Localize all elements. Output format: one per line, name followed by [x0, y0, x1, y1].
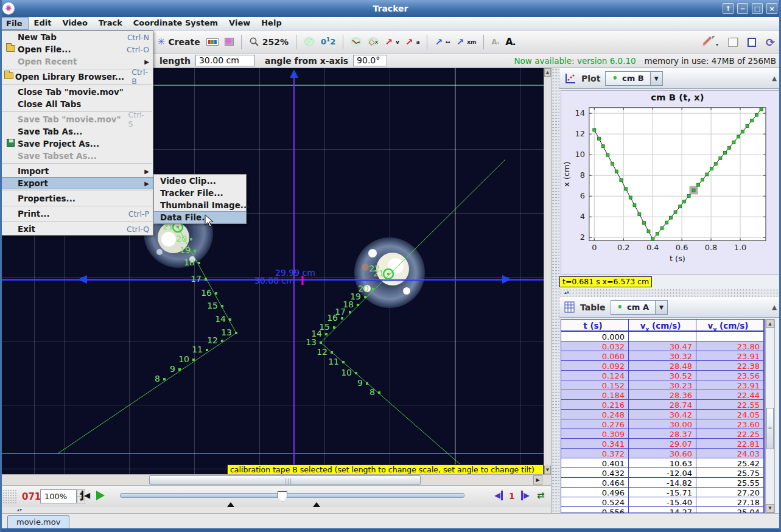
column-header-vx[interactable]: vx (cm/s): [629, 320, 696, 331]
angle-input[interactable]: 90.0°: [353, 55, 387, 66]
clip-start-marker[interactable]: [227, 502, 234, 507]
table-cell[interactable]: 30.00: [629, 419, 696, 429]
accelerations-icon[interactable]: ↗a: [405, 37, 420, 47]
create-button[interactable]: ✳ Create: [157, 36, 200, 47]
scroll-down-icon[interactable]: ▼: [544, 466, 551, 474]
paths-icon[interactable]: [351, 37, 362, 46]
table-cell[interactable]: 30.23: [629, 380, 696, 390]
table-cell[interactable]: 0.124: [561, 371, 629, 380]
table-cell[interactable]: -15.71: [629, 488, 696, 497]
table-cell[interactable]: [696, 332, 764, 341]
table-cell[interactable]: 23.91: [696, 351, 764, 360]
always-on-top-icon[interactable]: ↑: [723, 3, 734, 14]
copy-image-icon[interactable]: [728, 38, 738, 47]
scroll-right-icon[interactable]: ▶: [533, 475, 542, 485]
chevron-down-icon[interactable]: ▼: [656, 300, 668, 315]
table-collapse-icon[interactable]: ▲: [772, 304, 777, 310]
track-control-icon[interactable]: [206, 38, 219, 46]
step-size-value[interactable]: 1: [509, 491, 515, 501]
clip-settings-icon[interactable]: [225, 38, 234, 46]
plot-area[interactable]: 246810121400.20.40.60.81.0cm B (t, x)t (…: [561, 90, 780, 275]
plot-collapse-icon[interactable]: ▲: [772, 75, 777, 82]
table-cell[interactable]: 22.44: [696, 390, 764, 399]
table-cell[interactable]: 30.60: [629, 449, 696, 458]
table-row[interactable]: 0.464-14.8225.55: [561, 478, 764, 488]
menu-item-save-tab-movie-mov[interactable]: Save Tab "movie.mov"Ctrl-S: [1, 113, 153, 125]
plot-track-dropdown[interactable]: •cm B ▼: [605, 71, 662, 86]
menu-edit[interactable]: Edit: [29, 17, 57, 30]
table-cell[interactable]: 23.56: [696, 371, 764, 380]
maximize-icon[interactable]: □: [752, 3, 763, 14]
step-back-button[interactable]: ◀: [494, 491, 503, 500]
table-cell[interactable]: 30.32: [629, 351, 696, 360]
table-row[interactable]: 0.21628.7422.55: [561, 400, 764, 410]
table-cell[interactable]: 30.42: [629, 410, 696, 419]
table-cell[interactable]: 28.37: [629, 429, 696, 438]
hscroll-thumb[interactable]: |||: [149, 475, 421, 485]
table-cell[interactable]: 28.74: [629, 400, 696, 409]
font-smaller-button[interactable]: A▾: [491, 38, 499, 46]
menu-item-import[interactable]: Import▶: [1, 165, 153, 177]
table-row[interactable]: 0.524-15.4027.18: [561, 497, 764, 507]
table-cell[interactable]: -14.82: [629, 478, 696, 487]
table-cell[interactable]: [629, 332, 696, 341]
menu-item-open-library-browser[interactable]: Open Library Browser...Ctrl-B: [1, 71, 153, 83]
minimize-icon[interactable]: −: [737, 3, 748, 14]
play-button[interactable]: [96, 491, 105, 500]
menu-item-exit[interactable]: ExitCtrl-Q: [1, 223, 153, 235]
positions-icon[interactable]: ◇x: [368, 37, 379, 46]
menu-item-open-file[interactable]: Open File...Ctrl-O: [1, 43, 153, 55]
table-row[interactable]: 0.06030.3223.91: [561, 351, 764, 361]
menu-item-tracker-file[interactable]: Tracker File...: [154, 187, 246, 199]
panel-splitter[interactable]: [552, 68, 559, 513]
table-row[interactable]: 0.03230.4723.80: [561, 341, 764, 351]
table-cell[interactable]: 27.18: [696, 497, 764, 506]
table-cell[interactable]: 22.38: [696, 361, 764, 370]
table-row[interactable]: 0.000: [561, 332, 764, 341]
table-cell[interactable]: 25.42: [696, 458, 764, 467]
table-cell[interactable]: 25.75: [696, 468, 764, 477]
close-icon[interactable]: ×: [766, 3, 777, 14]
trails-icon[interactable]: ⋰: [304, 37, 315, 46]
clip-end-marker[interactable]: [313, 502, 320, 507]
table-cell[interactable]: -14.27: [629, 507, 696, 513]
frame-slider[interactable]: [120, 493, 464, 498]
chevron-down-icon[interactable]: ▼: [651, 71, 663, 86]
table-cell[interactable]: 30.52: [629, 371, 696, 380]
data-table[interactable]: t (s)vx (cm/s)vy (cm/s)0.0000.03230.4723…: [561, 319, 765, 513]
table-cell[interactable]: 10.63: [629, 458, 696, 467]
video-horizontal-scrollbar[interactable]: ||| ▶: [0, 474, 551, 485]
table-cell[interactable]: 23.91: [696, 380, 764, 390]
menu-view[interactable]: View: [223, 17, 256, 30]
right-track[interactable]: 2221201918171615141312111098: [306, 159, 505, 464]
tab-movie-mov[interactable]: movie.mov: [7, 515, 69, 529]
left-track[interactable]: 21201918171615141312111098: [58, 222, 237, 453]
table-row[interactable]: 0.37230.6024.03: [561, 449, 764, 458]
table-cell[interactable]: 0.432: [561, 468, 629, 477]
table-cell[interactable]: 27.20: [696, 488, 764, 497]
menu-item-thumbnail-image[interactable]: Thumbnail Image...: [154, 199, 246, 211]
version-notice[interactable]: Now available: version 6.0.10: [514, 56, 636, 66]
plot-table-splitter[interactable]: ▴▾: [559, 289, 781, 297]
table-cell[interactable]: 22.81: [696, 439, 764, 448]
table-cell[interactable]: 29.07: [629, 439, 696, 448]
table-cell[interactable]: 0.524: [561, 497, 629, 506]
table-cell[interactable]: 28.48: [629, 361, 696, 370]
scroll-down-icon[interactable]: ▼: [766, 504, 774, 513]
table-row[interactable]: 0.432-12.0425.75: [561, 468, 764, 478]
table-cell[interactable]: 0.092: [561, 361, 629, 370]
refresh-button[interactable]: ⟳: [766, 36, 775, 49]
stretch-vectors-icon[interactable]: ↗↔: [435, 37, 450, 47]
scroll-up-icon[interactable]: ▲: [544, 68, 551, 77]
font-bigger-button[interactable]: A▴: [505, 36, 515, 47]
table-row[interactable]: 0.40110.6325.42: [561, 458, 764, 468]
column-header-vy[interactable]: vy (cm/s): [696, 320, 764, 331]
player-splitter[interactable]: ▴▾: [0, 507, 551, 513]
slider-thumb[interactable]: [278, 491, 287, 502]
menu-video[interactable]: Video: [57, 17, 93, 30]
table-cell[interactable]: 22.55: [696, 400, 764, 409]
table-cell[interactable]: 23.80: [696, 341, 764, 351]
zoom-button[interactable]: 252%: [249, 37, 289, 47]
player-zoom-field[interactable]: 100%: [40, 489, 77, 503]
menu-item-save-tab-as[interactable]: Save Tab As...: [1, 125, 153, 138]
